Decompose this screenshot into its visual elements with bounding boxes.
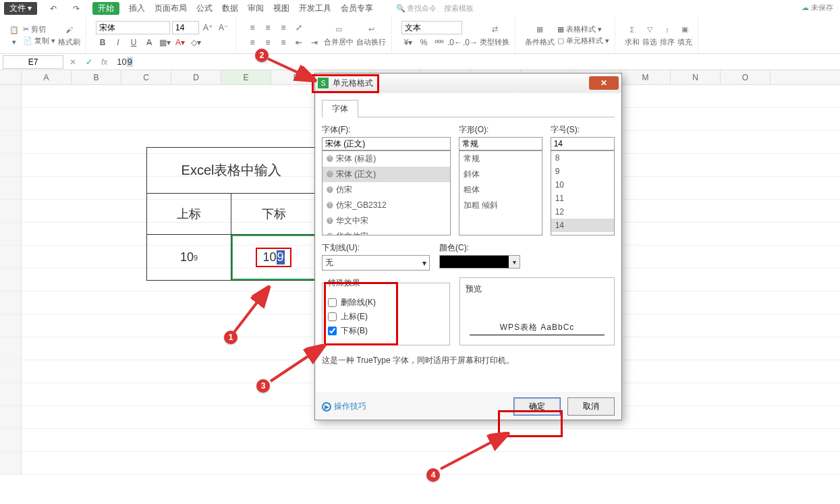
italic-button[interactable]: I xyxy=(111,36,125,49)
tab-insert[interactable]: 插入 xyxy=(129,3,145,14)
fill-color-button[interactable]: ◇▾ xyxy=(189,36,202,49)
filter-button[interactable]: ▽筛选 xyxy=(642,24,657,47)
superscript-checkbox[interactable]: 上标(E) xyxy=(328,311,444,323)
comma-icon[interactable]: ººº xyxy=(432,36,446,49)
font-size-input[interactable] xyxy=(551,137,615,150)
dialog-tab-font[interactable]: 字体 xyxy=(322,100,358,118)
size-listbox[interactable]: 8 9 10 11 12 14 xyxy=(551,150,615,235)
font-color-button[interactable]: A▾ xyxy=(173,36,187,49)
tab-member[interactable]: 会员专享 xyxy=(341,3,373,14)
tab-data[interactable]: 数据 xyxy=(222,3,238,14)
tab-dev[interactable]: 开发工具 xyxy=(299,3,331,14)
align-left-icon[interactable]: ≡ xyxy=(246,36,259,49)
font-name-input[interactable] xyxy=(322,137,451,150)
menu-icon-back[interactable]: ↶ xyxy=(47,2,60,16)
style-li-3[interactable]: 加粗 倾斜 xyxy=(459,198,542,213)
fill-button[interactable]: ▣填充 xyxy=(677,24,692,47)
font-li-3[interactable]: 🅣仿宋_GB2312 xyxy=(323,198,450,213)
confirm-edit-icon[interactable]: ✓ xyxy=(82,55,96,69)
cancel-button[interactable]: 取消 xyxy=(567,397,615,416)
percent-icon[interactable]: % xyxy=(417,36,430,49)
fx-icon[interactable]: fx xyxy=(101,57,107,67)
bold-button[interactable]: B xyxy=(96,36,109,49)
strike-checkbox[interactable]: 删除线(K) xyxy=(328,297,444,308)
size-li-5[interactable]: 14 xyxy=(551,219,614,232)
orient-icon[interactable]: ⤢ xyxy=(292,21,306,34)
col-C[interactable]: C xyxy=(121,70,171,84)
header-sub-cell[interactable]: 下标 xyxy=(231,194,316,234)
select-all-corner[interactable] xyxy=(0,70,22,84)
tab-start[interactable]: 开始 xyxy=(92,2,119,15)
size-li-0[interactable]: 8 xyxy=(551,151,614,165)
font-size-select[interactable] xyxy=(172,21,199,34)
align-top-icon[interactable]: ≡ xyxy=(246,21,259,34)
font-li-1[interactable]: 🅣宋体 (正文) xyxy=(323,167,450,182)
type-convert-button[interactable]: ⇄类型转换 xyxy=(480,24,509,47)
col-M[interactable]: M xyxy=(621,70,671,84)
cancel-edit-icon[interactable]: ✕ xyxy=(66,55,80,69)
font-li-4[interactable]: 🅣华文中宋 xyxy=(323,213,450,229)
font-li-0[interactable]: 🅣宋体 (标题) xyxy=(323,151,450,167)
font-li-2[interactable]: 🅣仿宋 xyxy=(323,182,450,198)
paste-button[interactable]: 📋▾ xyxy=(8,24,20,47)
style-li-0[interactable]: 常规 xyxy=(459,151,542,167)
font-style-input[interactable] xyxy=(459,137,542,150)
underline-button[interactable]: U xyxy=(127,36,140,49)
copy-button[interactable]: 📄复制 ▾ xyxy=(23,36,55,46)
sum-button[interactable]: Σ求和 xyxy=(625,24,640,47)
format-painter[interactable]: 🖌格式刷 xyxy=(58,24,80,47)
size-li-3[interactable]: 11 xyxy=(551,192,614,205)
menu-icon-fwd[interactable]: ↷ xyxy=(69,2,83,16)
indent-dec-icon[interactable]: ⇤ xyxy=(292,36,306,49)
formula-input[interactable]: 109 xyxy=(113,57,837,67)
sort-button[interactable]: ↕排序 xyxy=(660,24,675,47)
cell-style-button[interactable]: ▢单元格样式▾ xyxy=(557,36,609,46)
col-E[interactable]: E xyxy=(221,70,271,84)
inc-font-icon[interactable]: A⁺ xyxy=(201,21,215,34)
col-N[interactable]: N xyxy=(671,70,721,84)
header-sup-cell[interactable]: 上标 xyxy=(147,194,231,234)
tab-review[interactable]: 审阅 xyxy=(248,3,264,14)
tab-formula[interactable]: 公式 xyxy=(196,3,213,14)
dec-dec-icon[interactable]: .0→ xyxy=(464,36,477,49)
style-listbox[interactable]: 常规 斜体 粗体 加粗 倾斜 xyxy=(459,150,542,235)
table-title-cell[interactable]: Excel表格中输入 xyxy=(147,148,316,194)
align-right-icon[interactable]: ≡ xyxy=(277,36,290,49)
col-B[interactable]: B xyxy=(72,70,121,84)
sup-value-cell[interactable]: 109 xyxy=(147,235,231,280)
col-D[interactable]: D xyxy=(171,70,221,84)
cut-button[interactable]: ✂剪切 xyxy=(23,24,55,34)
align-center-icon[interactable]: ≡ xyxy=(261,36,275,49)
num-format-select[interactable] xyxy=(401,21,462,34)
dec-font-icon[interactable]: A⁻ xyxy=(217,21,230,34)
tab-layout[interactable]: 页面布局 xyxy=(155,3,187,14)
edit-cell[interactable]: 109 xyxy=(231,235,316,280)
indent-inc-icon[interactable]: ⇥ xyxy=(308,36,321,49)
align-mid-icon[interactable]: ≡ xyxy=(261,21,275,34)
size-li-4[interactable]: 12 xyxy=(551,205,614,219)
dialog-titlebar[interactable]: S 单元格格式 ✕ xyxy=(315,74,621,92)
currency-icon[interactable]: ¥▾ xyxy=(401,36,415,49)
search-box[interactable]: 🔍查找命令、搜索模板 xyxy=(396,3,474,13)
style-li-2[interactable]: 粗体 xyxy=(459,182,542,198)
name-box[interactable] xyxy=(3,55,63,69)
ok-button[interactable]: 确定 xyxy=(513,397,561,416)
style-li-1[interactable]: 斜体 xyxy=(459,167,542,182)
col-O[interactable]: O xyxy=(721,70,771,84)
size-li-2[interactable]: 10 xyxy=(551,178,614,192)
color-dropdown[interactable]: ▾ xyxy=(439,255,520,269)
font-li-5[interactable]: 🅣华文仿宋 xyxy=(323,229,450,235)
close-button[interactable]: ✕ xyxy=(589,76,619,90)
col-A[interactable]: A xyxy=(22,70,72,84)
align-bot-icon[interactable]: ≡ xyxy=(277,21,290,34)
file-menu[interactable]: 文件 ▾ xyxy=(4,2,37,15)
font-name-select[interactable] xyxy=(96,21,170,34)
font-listbox[interactable]: 🅣宋体 (标题) 🅣宋体 (正文) 🅣仿宋 🅣仿宋_GB2312 🅣华文中宋 🅣… xyxy=(322,150,451,235)
table-style-button[interactable]: ▦表格样式▾ xyxy=(557,24,609,34)
subscript-checkbox[interactable]: 下标(B) xyxy=(328,325,444,337)
wrap-button[interactable]: ↩自动换行 xyxy=(356,24,386,47)
merge-button[interactable]: ▭合并居中 xyxy=(324,24,354,47)
tips-link[interactable]: ▶操作技巧 xyxy=(322,401,366,412)
strike-button[interactable]: A̶ xyxy=(142,36,156,49)
size-li-1[interactable]: 9 xyxy=(551,165,614,178)
